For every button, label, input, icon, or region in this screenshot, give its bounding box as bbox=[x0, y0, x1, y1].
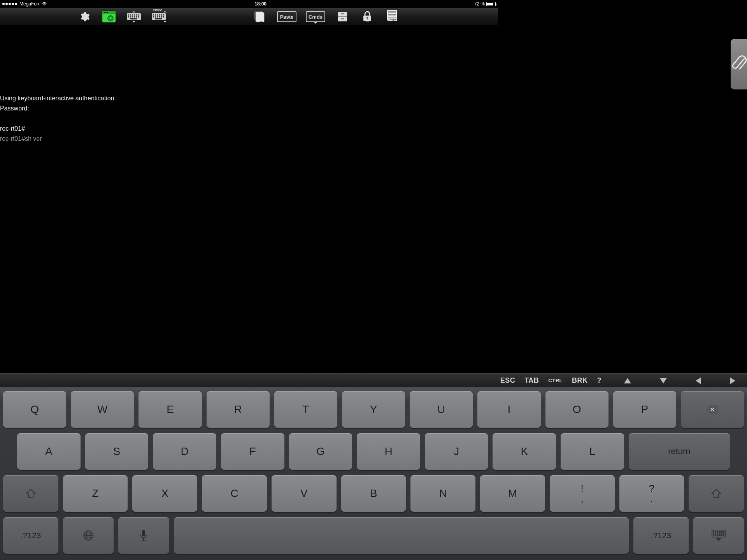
terminal-line bbox=[0, 114, 116, 124]
signal-strength-icon bbox=[2, 3, 17, 5]
svg-rect-8 bbox=[130, 14, 131, 16]
terminal-view[interactable]: Using keyboard-interactive authenticatio… bbox=[0, 26, 498, 373]
terminal-line: Password: bbox=[0, 103, 116, 114]
cisco-keyboard-button[interactable]: CISCO bbox=[151, 10, 167, 24]
svg-rect-16 bbox=[134, 16, 135, 18]
svg-text:****: **** bbox=[366, 21, 369, 23]
svg-point-3 bbox=[105, 12, 107, 13]
keyboard-toggle-button[interactable] bbox=[126, 10, 142, 24]
svg-rect-19 bbox=[130, 18, 137, 19]
svg-rect-29 bbox=[157, 16, 158, 18]
status-bar: MegaFon 18:00 72 % bbox=[0, 0, 498, 8]
terminal-line: Using keyboard-interactive authenticatio… bbox=[0, 93, 116, 103]
carrier-label: MegaFon bbox=[19, 1, 39, 7]
logs-button[interactable]: Logs bbox=[384, 10, 400, 24]
lock-credentials-button[interactable]: **** bbox=[359, 10, 375, 24]
settings-button[interactable] bbox=[76, 10, 92, 24]
svg-rect-31 bbox=[161, 16, 162, 18]
svg-rect-10 bbox=[134, 14, 135, 16]
scripts-button[interactable] bbox=[252, 10, 268, 24]
svg-rect-30 bbox=[159, 16, 160, 18]
svg-point-4 bbox=[107, 12, 108, 13]
terminal-line: roc-rt01#sh ver bbox=[0, 134, 116, 144]
svg-rect-11 bbox=[136, 14, 137, 16]
connections-button[interactable] bbox=[101, 10, 117, 24]
svg-rect-33 bbox=[155, 18, 162, 19]
svg-rect-32 bbox=[163, 16, 164, 18]
svg-rect-28 bbox=[155, 16, 156, 18]
svg-rect-12 bbox=[138, 14, 139, 16]
svg-rect-9 bbox=[132, 14, 133, 16]
battery-icon bbox=[486, 2, 496, 6]
commands-button[interactable]: Cmds bbox=[306, 11, 325, 22]
app-toolbar: CISCO Paste Cmds **** Logs bbox=[0, 8, 498, 26]
svg-rect-14 bbox=[130, 16, 131, 18]
svg-point-2 bbox=[104, 12, 105, 13]
svg-rect-21 bbox=[153, 14, 154, 16]
svg-rect-18 bbox=[138, 16, 139, 18]
svg-rect-26 bbox=[163, 14, 164, 16]
svg-rect-24 bbox=[159, 14, 160, 16]
svg-rect-13 bbox=[128, 16, 129, 18]
svg-rect-25 bbox=[161, 14, 162, 16]
file-manager-button[interactable] bbox=[335, 10, 350, 24]
svg-rect-27 bbox=[153, 16, 154, 18]
svg-rect-23 bbox=[157, 14, 158, 16]
svg-rect-7 bbox=[128, 14, 129, 16]
clock: 18:00 bbox=[47, 1, 474, 7]
svg-rect-15 bbox=[132, 16, 133, 18]
svg-rect-36 bbox=[341, 13, 344, 14]
svg-rect-40 bbox=[367, 18, 368, 19]
paste-button[interactable]: Paste bbox=[277, 11, 296, 22]
svg-rect-22 bbox=[155, 14, 156, 16]
svg-rect-17 bbox=[136, 16, 137, 18]
terminal-line: roc-rt01# bbox=[0, 124, 116, 134]
wifi-icon bbox=[42, 2, 47, 6]
battery-percent: 72 % bbox=[474, 1, 485, 7]
svg-rect-37 bbox=[341, 18, 344, 19]
svg-rect-35 bbox=[338, 16, 347, 17]
